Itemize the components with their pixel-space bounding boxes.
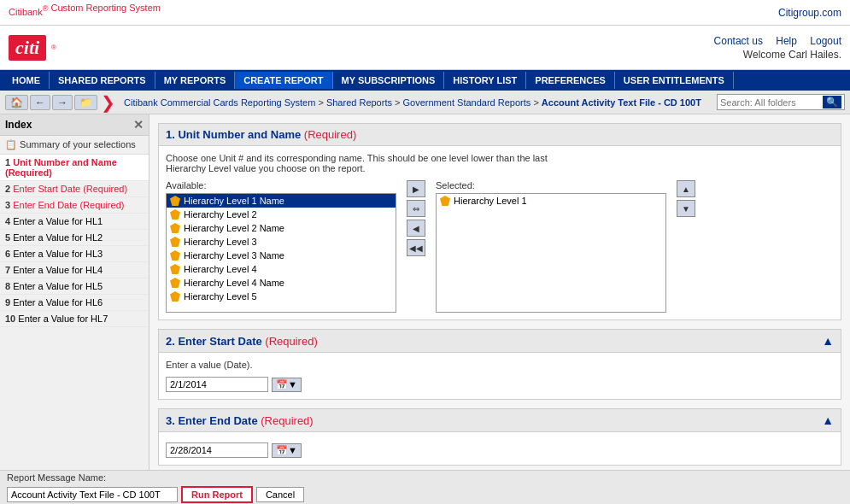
- right-transfer-buttons: ▲ ▼: [673, 180, 699, 217]
- sidebar-header: Index ✕: [0, 114, 149, 136]
- available-item-2[interactable]: Hierarchy Level 2 Name: [167, 221, 396, 235]
- section1-body: Choose one Unit # and its corresponding …: [159, 146, 841, 319]
- selected-list-box: Selected: Hierarchy Level 1: [436, 180, 666, 313]
- title-suffix: Custom Reporting System: [49, 3, 161, 13]
- available-item-5[interactable]: Hierarchy Level 4: [167, 262, 396, 276]
- nav-home[interactable]: HOME: [3, 72, 50, 89]
- sidebar-item-2[interactable]: 2 Enter Start Date (Required): [0, 181, 149, 197]
- section2-desc: Enter a value (Date).: [166, 360, 834, 370]
- section2-body: Enter a value (Date). 📅▼: [159, 353, 841, 399]
- start-date-input[interactable]: [166, 377, 268, 392]
- report-name-label: Report Message Name:: [7, 472, 843, 483]
- breadcrumb-sep1: >: [318, 97, 325, 108]
- gem-icon-2: [170, 223, 180, 233]
- section2-title: 2. Enter Start Date (Required): [166, 335, 318, 348]
- section-unit-number: 1. Unit Number and Name (Required) Choos…: [158, 123, 841, 320]
- section-start-date: 2. Enter Start Date (Required) ▲ Enter a…: [158, 329, 841, 400]
- section3-req-text: (Required): [261, 414, 313, 427]
- citigroup-link[interactable]: Citigroup.com: [778, 7, 841, 19]
- sidebar-item-4[interactable]: 4 Enter a Value for HL1: [0, 214, 149, 230]
- back-btn[interactable]: ←: [30, 95, 50, 110]
- end-date-calendar-btn[interactable]: 📅▼: [272, 443, 302, 458]
- selected-item-0[interactable]: Hierarchy Level 1: [437, 194, 665, 208]
- section3-title-text: 3. Enter End Date: [166, 414, 258, 427]
- folder-btn[interactable]: 📁: [74, 95, 97, 110]
- section1-header: 1. Unit Number and Name (Required): [159, 124, 841, 146]
- transfer-both-btn[interactable]: ⇔: [407, 200, 425, 217]
- search-box[interactable]: 🔍: [717, 94, 845, 110]
- section1-title: 1. Unit Number and Name (Required): [166, 128, 356, 141]
- sidebar-num-9: 9: [5, 297, 10, 308]
- available-item-7[interactable]: Hierarchy Level 5: [167, 290, 396, 303]
- section3-body: 📅▼: [159, 432, 841, 465]
- nav-preferences[interactable]: PREFERENCES: [526, 72, 615, 89]
- end-date-input[interactable]: [166, 442, 268, 458]
- section2-header: 2. Enter Start Date (Required) ▲: [159, 330, 841, 353]
- forward-btn[interactable]: →: [52, 95, 73, 110]
- sidebar-item-10[interactable]: 10 Enter a Value for HL7: [0, 311, 149, 327]
- breadcrumb-sep3: >: [533, 97, 541, 108]
- section1-desc: Choose one Unit # and its corresponding …: [166, 153, 834, 173]
- breadcrumb-level3[interactable]: Government Standard Reports: [403, 97, 531, 108]
- available-item-label-1: Hierarchy Level 2: [184, 209, 257, 220]
- sidebar-required-2: (Required): [83, 184, 127, 194]
- logout-link[interactable]: Logout: [810, 35, 841, 47]
- available-item-6[interactable]: Hierarchy Level 4 Name: [167, 276, 396, 290]
- available-item-label-6: Hierarchy Level 4 Name: [184, 278, 284, 288]
- nav-history-list[interactable]: HISTORY LIST: [444, 72, 526, 89]
- bottom-actions: Run Report Cancel: [7, 486, 843, 503]
- sidebar-item-6[interactable]: 6 Enter a Value for HL3: [0, 246, 149, 262]
- help-link[interactable]: Help: [776, 35, 797, 47]
- run-report-btn[interactable]: Run Report: [181, 486, 253, 503]
- transfer-right-btn[interactable]: ▶: [407, 180, 425, 197]
- breadcrumb-sep2: >: [395, 97, 402, 108]
- move-down-btn[interactable]: ▼: [677, 200, 695, 217]
- available-item-0[interactable]: Hierarchy Level 1 Name: [167, 194, 396, 208]
- nav-my-reports[interactable]: MY REPORTS: [155, 72, 236, 89]
- section2-collapse-btn[interactable]: ▲: [822, 334, 834, 348]
- sidebar-close-btn[interactable]: ✕: [133, 118, 144, 132]
- available-item-4[interactable]: Hierarchy Level 3 Name: [167, 249, 396, 262]
- cancel-btn[interactable]: Cancel: [256, 487, 304, 502]
- sidebar-summary[interactable]: 📋 Summary of your selections: [0, 136, 149, 155]
- gem-icon-0: [170, 196, 180, 206]
- sidebar-item-9[interactable]: 9 Enter a Value for HL6: [0, 295, 149, 311]
- sidebar-label-9b: Enter a Value for HL6: [13, 297, 103, 308]
- breadcrumb-level1[interactable]: Citibank Commercial Cards Reporting Syst…: [124, 97, 315, 108]
- sidebar-item-3[interactable]: 3 Enter End Date (Required): [0, 197, 149, 214]
- contact-us-link[interactable]: Contact us: [714, 35, 763, 47]
- available-item-label-7: Hierarchy Level 5: [184, 291, 257, 302]
- sidebar-item-1[interactable]: 1 Unit Number and Name (Required): [0, 155, 149, 181]
- breadcrumb-bar: 🏠 ← → 📁 ❯ Citibank Commercial Cards Repo…: [0, 91, 850, 114]
- gem-icon-sel-0: [440, 196, 450, 206]
- sidebar-item-5[interactable]: 5 Enter a Value for HL2: [0, 230, 149, 246]
- nav-create-report[interactable]: CREATE REPORT: [235, 72, 332, 89]
- search-input[interactable]: [720, 97, 823, 108]
- transfer-left-btn[interactable]: ◀: [407, 220, 425, 237]
- sidebar-num-2: 2: [5, 184, 10, 194]
- nav-user-entitlements[interactable]: USER ENTITLEMENTS: [615, 72, 734, 89]
- nav-shared-reports[interactable]: SHARED REPORTS: [50, 72, 155, 89]
- breadcrumb-level2[interactable]: Shared Reports: [326, 97, 392, 108]
- sidebar: Index ✕ 📋 Summary of your selections 1 U…: [0, 114, 149, 470]
- available-item-1[interactable]: Hierarchy Level 2: [167, 208, 396, 221]
- nav-my-subscriptions[interactable]: MY SUBSCRIPTIONS: [333, 72, 445, 89]
- top-bar: Citibank® Custom Reporting System Citigr…: [0, 0, 850, 26]
- header-links: Contact us Help Logout Welcome Carl Hail…: [704, 35, 841, 61]
- end-date-row: 📅▼: [166, 442, 834, 458]
- sidebar-item-8[interactable]: 8 Enter a Value for HL5: [0, 278, 149, 295]
- move-up-btn[interactable]: ▲: [677, 180, 695, 197]
- nav-buttons: 🏠 ← → 📁: [5, 95, 97, 110]
- selected-list[interactable]: Hierarchy Level 1: [436, 193, 666, 313]
- section3-collapse-btn[interactable]: ▲: [822, 413, 834, 427]
- logo: citi ®: [9, 35, 56, 61]
- start-date-calendar-btn[interactable]: 📅▼: [272, 378, 302, 392]
- search-button[interactable]: 🔍: [823, 96, 841, 108]
- home-nav-btn[interactable]: 🏠: [5, 95, 28, 110]
- report-name-input[interactable]: [7, 487, 178, 502]
- transfer-all-left-btn[interactable]: ◀◀: [407, 239, 425, 256]
- section-end-date: 3. Enter End Date (Required) ▲ 📅▼: [158, 408, 841, 466]
- available-list[interactable]: Hierarchy Level 1 Name Hierarchy Level 2…: [166, 193, 396, 313]
- available-item-3[interactable]: Hierarchy Level 3: [167, 235, 396, 249]
- sidebar-item-7[interactable]: 7 Enter a Value for HL4: [0, 262, 149, 278]
